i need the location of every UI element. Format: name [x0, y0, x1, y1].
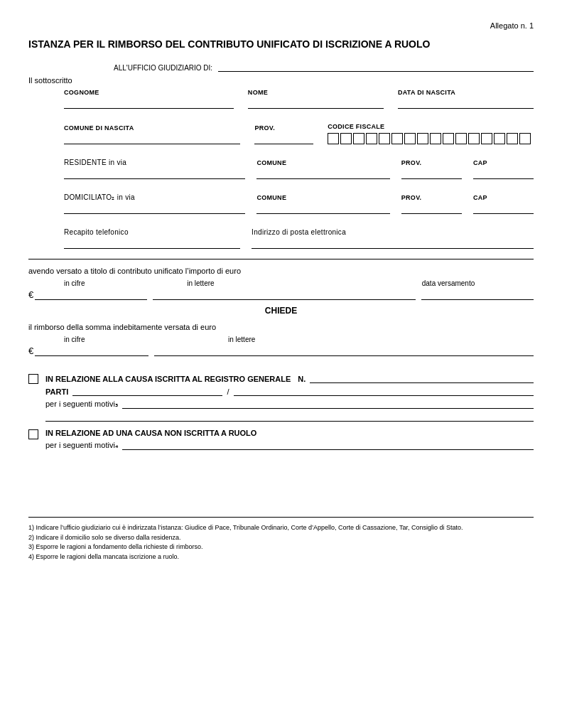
cifre2-label: in cifre [64, 336, 217, 343]
motivi2-row: per i seguenti motivi₄ [45, 440, 534, 450]
cifre-line [35, 289, 147, 300]
cf-box-9 [443, 133, 454, 144]
sottoscritto-label: Il sottoscritto [28, 76, 534, 85]
cf-box-10 [455, 133, 467, 144]
comune-nascita-line [64, 133, 240, 144]
ufficio-line [218, 71, 534, 72]
euro-symbol2: € [28, 346, 33, 356]
comune3-line [256, 203, 389, 214]
avendo-text: avendo versato a titolo di contributo un… [28, 267, 534, 275]
cf-box-15 [519, 133, 531, 144]
motivi1-row: per i seguenti motivi₃ [45, 399, 534, 409]
email-field: Indirizzo di posta elettronica [252, 228, 534, 249]
prov2-label: PROV. [401, 159, 462, 166]
cap2-label: CAP [473, 194, 534, 201]
recapito-line [64, 237, 240, 249]
motivi1-line1 [122, 399, 534, 409]
versamento-lines-row: € [28, 289, 534, 300]
cf-box-8 [430, 133, 441, 144]
prov3-label: PROV. [401, 194, 462, 201]
footnote-item: 3) Esporre le ragioni a fondamento della… [28, 542, 534, 552]
cf-box-4 [379, 133, 390, 144]
comune-nascita-label: COMUNE DI NASCITA [64, 124, 240, 132]
checkbox1[interactable] [28, 374, 38, 384]
cifre-label: in cifre [64, 279, 175, 287]
comune-nascita-field: COMUNE DI NASCITA [64, 124, 240, 144]
footnote-item: 1) Indicare l’ufficio giudiziario cui è … [28, 523, 534, 533]
cap-line [473, 168, 534, 179]
rimborso-labels-row: in cifre in lettere [64, 336, 534, 343]
prov3-line [401, 203, 462, 214]
comune2-line [256, 168, 389, 179]
domiciliato-label: DOMICILIATO₂ in via [64, 193, 245, 201]
cap2-line [473, 203, 534, 214]
checkbox1-content: IN RELAZIONE ALLA CAUSA ISCRITTA AL REGI… [45, 373, 534, 422]
checkbox1-label: IN RELAZIONE ALLA CAUSA ISCRITTA AL REGI… [45, 373, 534, 383]
lettere-line [153, 289, 415, 300]
prov2-field: PROV. [401, 159, 462, 179]
cap2-field: CAP [473, 194, 534, 214]
prov-field: PROV. [254, 124, 313, 144]
parti-row: PARTI / [45, 386, 534, 396]
domiciliato-field: DOMICILIATO₂ in via [64, 193, 245, 214]
comune3-label: COMUNE [256, 194, 389, 201]
cf-box-2 [353, 133, 364, 144]
allegato: Allegato n. 1 [28, 21, 534, 30]
motivi2-line [122, 440, 534, 450]
checkbox2-label: IN RELAZIONE AD UNA CAUSA NON ISCRITTA A… [45, 429, 534, 437]
parti-line1 [72, 386, 222, 396]
cf-box-0 [328, 133, 339, 144]
checkbox1-row: IN RELAZIONE ALLA CAUSA ISCRITTA AL REGI… [28, 373, 534, 422]
residente-line [64, 168, 245, 179]
footnote-item: 2) Indicare il domicilio solo se diverso… [28, 533, 534, 543]
cf-box-7 [417, 133, 428, 144]
parti-line2 [234, 386, 534, 396]
residente-row: RESIDENTE in via COMUNE PROV. CAP [64, 159, 534, 179]
email-line [252, 237, 534, 249]
rimborso-lines-row: € [28, 345, 534, 356]
checkbox2-content: IN RELAZIONE AD UNA CAUSA NON ISCRITTA A… [45, 429, 534, 453]
cognome-label: COGNOME [64, 89, 234, 96]
footnotes: 1) Indicare l’ufficio giudiziario cui è … [28, 523, 534, 562]
data-vers-line [421, 289, 534, 300]
residente-label: RESIDENTE in via [64, 159, 245, 166]
cf-box-6 [404, 133, 416, 144]
n-line [310, 373, 534, 383]
recapito-row: Recapito telefonico Indirizzo di posta e… [64, 228, 534, 249]
ufficio-label: ALL'UFFICIO GIUDIZIARIO DI: [114, 64, 212, 72]
comune2-field: COMUNE [256, 159, 389, 179]
data-nascita-label: DATA DI NASCITA [398, 89, 534, 96]
cap-label: CAP [473, 159, 534, 166]
cf-box-1 [340, 133, 352, 144]
prov3-field: PROV. [401, 194, 462, 214]
prov-label: PROV. [254, 124, 313, 132]
data-vers-label: data versamento [422, 279, 534, 287]
lettere2-line [154, 345, 534, 356]
chiede-section: CHIEDE [28, 306, 534, 316]
comune2-label: COMUNE [256, 159, 389, 166]
footnote-area: 1) Indicare l’ufficio giudiziario cui è … [28, 517, 534, 562]
data-nascita-line [398, 97, 534, 109]
euro-symbol1: € [28, 289, 33, 300]
ufficio-row: ALL'UFFICIO GIUDIZIARIO DI: [28, 64, 534, 72]
cognome-nome-row: COGNOME NOME DATA DI NASCITA [64, 89, 534, 109]
nome-line [248, 97, 384, 109]
cf-box-13 [494, 133, 505, 144]
checkbox2[interactable] [28, 429, 38, 439]
cf-box-11 [468, 133, 480, 144]
cf-box-12 [481, 133, 492, 144]
prov-line [254, 133, 313, 144]
checkbox2-row: IN RELAZIONE AD UNA CAUSA NON ISCRITTA A… [28, 429, 534, 453]
motivi1-line2 [45, 412, 534, 422]
codice-fiscale-label: CODICE FISCALE [328, 123, 534, 130]
nome-label: NOME [248, 89, 384, 96]
cognome-line [64, 97, 234, 109]
main-title: ISTANZA PER IL RIMBORSO DEL CONTRIBUTO U… [28, 38, 534, 50]
domiciliato-line [64, 203, 245, 214]
codice-fiscale-field: CODICE FISCALE [328, 123, 534, 144]
versamento-labels-row: in cifre in lettere data versamento [64, 279, 534, 287]
comune-nascita-row: COMUNE DI NASCITA PROV. CODICE FISCALE [64, 123, 534, 144]
residente-field: RESIDENTE in via [64, 159, 245, 179]
rimborso-text: il rimborso della somma indebitamente ve… [28, 323, 534, 331]
comune3-field: COMUNE [256, 194, 389, 214]
